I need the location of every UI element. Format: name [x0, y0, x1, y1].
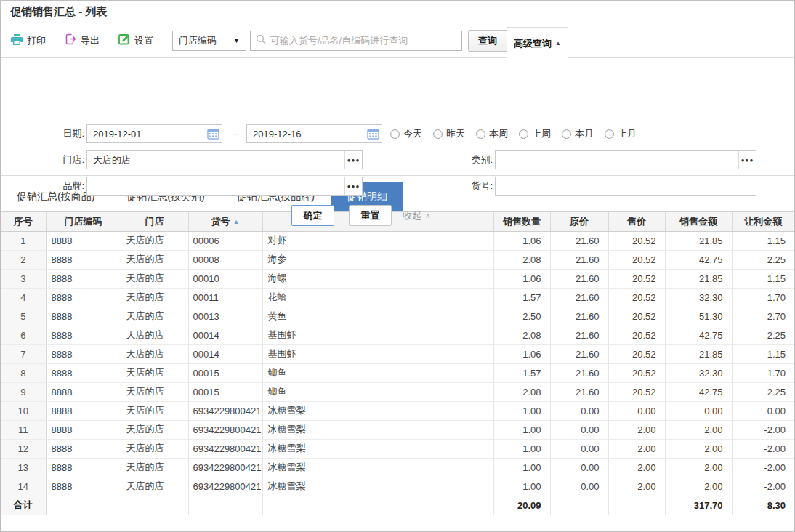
advanced-query-label: 高级查询	[514, 37, 552, 50]
radio-circle-icon	[562, 129, 571, 139]
table-row[interactable]: 108888天店的店6934229800421冰糖雪梨1.000.000.000…	[1, 401, 794, 420]
search-box	[250, 31, 462, 51]
print-button[interactable]: 打印	[11, 34, 46, 47]
category-lookup-button[interactable]: ●●●	[738, 151, 756, 169]
export-button[interactable]: 导出	[65, 33, 100, 47]
table-row[interactable]: 48888天店的店00011花蛤1.5721.6020.5232.301.70	[1, 288, 794, 307]
radio-range-1[interactable]: 今天	[390, 127, 422, 140]
cell-sale-price: 2.00	[608, 477, 665, 496]
cell-qty: 1.00	[493, 439, 550, 458]
cell-sale-price: 20.52	[608, 344, 665, 363]
reset-button[interactable]: 重置	[349, 205, 392, 226]
settings-label: 设置	[134, 34, 153, 47]
radio-circle-icon	[605, 129, 614, 139]
col-header-qty[interactable]: 销售数量	[493, 212, 550, 231]
cell-index: 13	[1, 458, 46, 477]
table-row[interactable]: 58888天店的店00013黄鱼2.5021.6020.5251.302.70	[1, 307, 794, 326]
col-header-store[interactable]: 门店	[121, 212, 188, 231]
search-field-select[interactable]: 门店编码 ▼	[172, 31, 246, 51]
cell-sale-price: 20.52	[608, 269, 665, 288]
calendar-icon[interactable]	[204, 125, 222, 142]
table-total-row: 合计 20.09 317.70 8.30	[1, 496, 794, 515]
cell-item-name: 冰糖雪梨	[262, 420, 493, 439]
search-input[interactable]	[270, 35, 456, 46]
cell-orig-price: 0.00	[550, 401, 608, 420]
cell-store-code: 8888	[46, 326, 121, 344]
cell-qty: 2.08	[493, 250, 550, 269]
table-row[interactable]: 38888天店的店00010海螺1.0621.6020.5221.851.15	[1, 269, 794, 288]
cell-store: 天店的店	[121, 439, 188, 458]
store-input[interactable]	[87, 151, 344, 169]
col-header-sale-amount[interactable]: 销售金额	[665, 212, 732, 231]
cell-orig-price: 0.00	[550, 439, 608, 458]
cell-item-no: 00006	[188, 231, 262, 250]
brand-input[interactable]	[87, 177, 344, 195]
radio-range-3[interactable]: 本周	[476, 127, 508, 140]
cell-item-name: 鲫鱼	[262, 363, 493, 382]
cell-qty: 1.00	[493, 458, 550, 477]
table-row[interactable]: 68888天店的店00014基围虾2.0821.6020.5242.752.25	[1, 326, 794, 344]
cell-item-name: 冰糖雪梨	[262, 401, 493, 420]
cell-store: 天店的店	[121, 420, 188, 439]
table-row[interactable]: 128888天店的店6934229800421冰糖雪梨1.000.002.002…	[1, 439, 794, 458]
date-from-input[interactable]	[87, 125, 204, 142]
collapse-link[interactable]: 收起 ∧	[403, 205, 430, 226]
col-header-index[interactable]: 序号	[1, 212, 46, 231]
store-lookup-button[interactable]: ●●●	[344, 151, 362, 169]
table-row[interactable]: 78888天店的店00014基围虾1.0621.6020.5221.851.15	[1, 344, 794, 363]
col-header-store-code[interactable]: 门店编码	[46, 212, 121, 231]
confirm-button[interactable]: 确定	[291, 205, 334, 226]
cell-discount-amount: 2.25	[732, 250, 794, 269]
app-window: 促销销售汇总 - 列表 打印 导出 设置 门店编码 ▼	[0, 0, 795, 532]
radio-circle-icon	[390, 129, 400, 139]
total-label: 合计	[1, 496, 46, 515]
cell-orig-price: 21.60	[550, 363, 608, 382]
cell-store-code: 8888	[46, 288, 121, 307]
cell-item-no: 00014	[188, 326, 262, 344]
col-header-orig-price[interactable]: 原价	[550, 212, 608, 231]
item-no-input[interactable]	[496, 177, 756, 195]
cell-sale-price: 20.52	[608, 363, 665, 382]
table-row[interactable]: 138888天店的店6934229800421冰糖雪梨1.000.002.002…	[1, 458, 794, 477]
query-button[interactable]: 查询	[468, 30, 507, 52]
category-input[interactable]	[496, 151, 738, 169]
cell-store-code: 8888	[46, 420, 121, 439]
table-row[interactable]: 98888天店的店00015鲫鱼2.0821.6020.5242.752.25	[1, 382, 794, 401]
cell-index: 1	[1, 231, 46, 250]
cell-sale-amount: 2.00	[665, 477, 732, 496]
settings-button[interactable]: 设置	[118, 33, 153, 47]
cell-item-no: 00014	[188, 344, 262, 363]
col-header-sale-price[interactable]: 售价	[608, 212, 665, 231]
table-row[interactable]: 88888天店的店00015鲫鱼1.5721.6020.5232.301.70	[1, 363, 794, 382]
cell-qty: 2.50	[493, 307, 550, 326]
radio-range-4[interactable]: 上周	[519, 127, 551, 140]
cell-index: 3	[1, 269, 46, 288]
advanced-query-button[interactable]: 高级查询 ▲	[507, 27, 568, 59]
col-header-item-no[interactable]: 货号▲	[188, 212, 262, 231]
radio-circle-icon	[519, 129, 528, 139]
total-empty-cell	[46, 496, 121, 515]
cell-orig-price: 21.60	[550, 382, 608, 401]
table-row[interactable]: 28888天店的店00008海参2.0821.6020.5242.752.25	[1, 250, 794, 269]
cell-store: 天店的店	[121, 326, 188, 344]
date-to-input[interactable]	[247, 125, 364, 142]
date-range-separator: --	[227, 124, 243, 143]
col-header-discount-amount[interactable]: 让利金额	[732, 212, 794, 231]
cell-sale-amount: 21.85	[665, 344, 732, 363]
cell-store: 天店的店	[121, 269, 188, 288]
toolbar: 打印 导出 设置 门店编码 ▼ 查询 高级查询 ▲	[1, 23, 794, 58]
table-row[interactable]: 18888天店的店00006对虾1.0621.6020.5221.851.15	[1, 231, 794, 250]
total-empty-cell	[188, 496, 262, 515]
cell-item-name: 花蛤	[262, 288, 493, 307]
table-row[interactable]: 118888天店的店6934229800421冰糖雪梨1.000.002.002…	[1, 420, 794, 439]
calendar-icon[interactable]	[364, 125, 382, 142]
cell-item-name: 海参	[262, 250, 493, 269]
page-title: 促销销售汇总 - 列表	[1, 1, 794, 23]
table-row[interactable]: 148888天店的店6934229800421冰糖雪梨1.000.002.002…	[1, 477, 794, 496]
cell-orig-price: 21.60	[550, 269, 608, 288]
brand-lookup-button[interactable]: ●●●	[344, 177, 362, 195]
radio-range-5[interactable]: 本月	[562, 127, 594, 140]
cell-item-no: 00013	[188, 307, 262, 326]
radio-range-6[interactable]: 上月	[605, 127, 637, 140]
radio-range-2[interactable]: 昨天	[433, 127, 465, 140]
